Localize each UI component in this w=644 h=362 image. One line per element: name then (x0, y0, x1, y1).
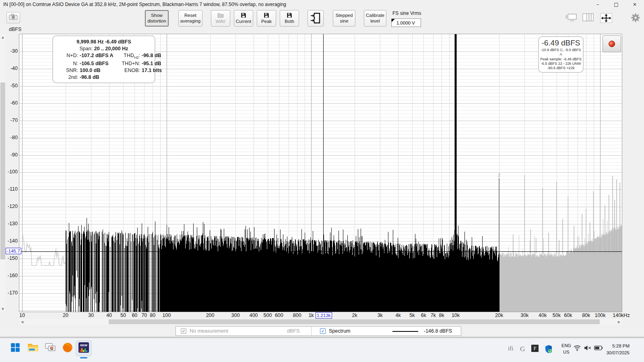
file-explorer-icon (27, 343, 39, 354)
no-measurement-label: No measurement (190, 328, 228, 334)
windows-start-icon (10, 342, 21, 354)
spectrum-cursor-value: -146.8 dBFS (424, 328, 452, 334)
info-value: -95.1 dB (142, 61, 162, 66)
scroll-right-icon[interactable]: ▶ (616, 319, 622, 325)
stepped-sine-label: Stepped sine (333, 13, 355, 24)
save-icon (287, 12, 292, 19)
cursor-freq-level: 9,999.98 Hz -6.49 dBFS (57, 39, 151, 45)
save-current-label: Current (236, 19, 251, 25)
spectrum-label: Spectrum (329, 328, 351, 334)
show-distortion-label: Show distortion (146, 13, 168, 24)
info-value: 17.1 bits (142, 68, 162, 73)
fs-sine-vrms-label: FS sine Vrms (392, 10, 421, 16)
horizontal-scrollbar-thumb[interactable] (109, 319, 600, 324)
stepped-sine-button[interactable]: Stepped sine (333, 10, 355, 27)
time: 5:28 PM (599, 343, 630, 350)
info-label: 2nd: (57, 74, 78, 80)
window-controls: – □ × (588, 0, 644, 9)
screen: { "window": { "title": "IN [00-00] on Co… (0, 0, 644, 362)
f-tray-label[interactable]: F (531, 345, 539, 352)
capture-screenshot-button[interactable] (6, 12, 20, 23)
info-value: -106.5 dBFS (80, 61, 115, 66)
taskbar-file-explorer-button[interactable] (25, 340, 41, 356)
x-axis-tick-label: 10k (444, 313, 467, 318)
minimize-button[interactable]: – (588, 0, 607, 9)
x-axis-tick-label: 2k (343, 313, 366, 318)
info-value: -107.2 dBFS A (80, 53, 115, 60)
fs-sine-vrms-field (391, 19, 421, 27)
g-tray-label[interactable]: G (520, 345, 525, 353)
info-label: N: (57, 61, 78, 66)
wifi-tray-icon[interactable] (573, 345, 581, 353)
info-label (117, 74, 140, 80)
spectrum-trace-swatch (392, 331, 418, 332)
x-axis-tick-label: 20 (54, 313, 77, 318)
reset-averaging-label: Reset averaging (179, 13, 202, 24)
generator-button[interactable] (308, 10, 324, 27)
camera-icon (9, 14, 18, 22)
clock[interactable]: 5:28 PM 30/07/2025 (599, 343, 630, 356)
defender-shield-icon (544, 348, 553, 355)
gear-button[interactable] (631, 13, 640, 24)
y-axis-unit-label: dBFS (9, 27, 21, 32)
panes-icon (582, 13, 594, 23)
rew-icon: REW (78, 342, 89, 355)
monitor-button[interactable] (565, 13, 577, 24)
expand-arrows-button[interactable] (600, 13, 612, 25)
no-measurement-checkbox[interactable]: ✓ (181, 328, 186, 334)
level-readout-box: -6.49 dBFS -10.9 dBFS C, -9.0 dBFS APeak… (538, 36, 584, 73)
gear-icon (631, 13, 640, 24)
save-icon (241, 12, 246, 19)
save-peak-button[interactable]: Peak (257, 10, 276, 27)
defender-shield-tray-icon[interactable] (544, 345, 553, 355)
taskbar-remote-desktop-button[interactable] (42, 340, 58, 356)
show-distortion-button[interactable]: Show distortion (145, 10, 169, 27)
language-indicator[interactable]: ENG US (559, 343, 573, 356)
info-value (142, 74, 162, 80)
no-measurement-unit: dBFS (287, 328, 299, 334)
maximize-button[interactable]: □ (607, 0, 625, 9)
taskbar-start-button[interactable] (7, 340, 23, 356)
scroll-left-icon[interactable]: ◀ (19, 319, 25, 325)
panes-button[interactable] (582, 13, 594, 23)
expand-arrows-icon (600, 13, 612, 25)
scroll-up-icon[interactable]: ▲ (0, 34, 6, 40)
x-axis-tick-label: 10 (11, 313, 33, 318)
date: 30/07/2025 (599, 350, 630, 356)
reset-averaging-button[interactable]: Reset averaging (178, 10, 202, 27)
x-cursor-value: 1.213k (316, 312, 332, 319)
x-axis-tick-label: 20k (488, 313, 510, 318)
record-button[interactable] (603, 35, 621, 52)
fs-sine-vrms-input[interactable] (391, 19, 421, 27)
save-both-button[interactable]: Both (280, 10, 299, 27)
taskbar-firefox-button[interactable] (60, 340, 76, 356)
info-label: N+D: (57, 53, 78, 60)
save-current-button[interactable]: Current (234, 10, 253, 27)
vertical-scrollbar[interactable]: ▲ ▼ (0, 34, 6, 312)
vertical-scrollbar-thumb[interactable] (0, 82, 5, 259)
speaker-muted-tray-icon[interactable] (584, 345, 592, 353)
info-value: -96.8 dB (142, 53, 162, 60)
level-readout-detail: -6.5 dBFS 22 - 22k UNW (540, 62, 582, 66)
svg-text:REW: REW (80, 343, 87, 347)
window-title: IN [00-00] on Comtrue ASIO Device GA at … (0, 2, 286, 7)
x-axis-tick-label: 140kHz (610, 313, 632, 318)
level-readout-detail: -10.9 dBFS C, -9.0 dBFS A (540, 48, 582, 57)
scroll-down-icon[interactable]: ▼ (0, 306, 6, 312)
y-cursor-value: -145.7 (6, 248, 21, 254)
wifi-icon (573, 346, 581, 352)
close-button[interactable]: × (625, 0, 644, 9)
span-line: Span: 20 .. 20,000 Hz (57, 46, 151, 51)
title-bar: IN [00-00] on Comtrue ASIO Device GA at … (0, 0, 644, 9)
legend-divider (311, 327, 312, 335)
info-label: THDH2: (117, 53, 140, 60)
calibrate-level-button[interactable]: Calibrate level (364, 10, 386, 27)
save-wav-button[interactable]: WAV (211, 10, 230, 27)
taskbar-rew-button[interactable]: REW (76, 340, 92, 356)
legend-bar: ✓ No measurement dBFS ✓ Spectrum -146.8 … (175, 326, 461, 336)
ifi-tray-label[interactable]: ifi (508, 345, 513, 352)
spectrum-checkbox[interactable]: ✓ (320, 328, 326, 334)
horizontal-scrollbar[interactable]: ◀ ▶ (19, 319, 622, 325)
info-label: THD+N: (117, 61, 140, 66)
x-axis-tick-label: 200 (199, 313, 221, 318)
